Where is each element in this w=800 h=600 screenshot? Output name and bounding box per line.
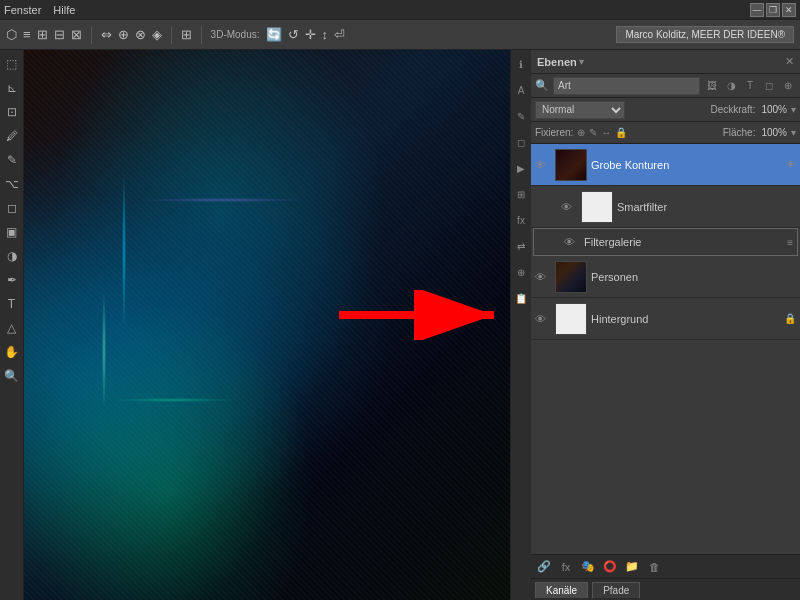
layers-panel: Ebenen ▾ ✕ 🔍 🖼 ◑ T ◻ ⊕ (531, 50, 800, 600)
3d-mode-label: 3D-Modus: (211, 29, 260, 40)
fill-value: 100% (761, 127, 787, 138)
fill-label: Fläche: (723, 127, 756, 138)
restore-button[interactable]: ❐ (766, 3, 780, 17)
tool-eyedropper[interactable]: 🖉 (2, 126, 22, 146)
left-toolbar: ⬚ ⊾ ⊡ 🖉 ✎ ⌥ ◻ ▣ ◑ ✒ T △ ✋ 🔍 (0, 50, 24, 600)
blend-mode-select[interactable]: Normal Multiplizieren Abwedeln (535, 101, 625, 119)
main-area: ⬚ ⊾ ⊡ 🖉 ✎ ⌥ ◻ ▣ ◑ ✒ T △ ✋ 🔍 (0, 50, 800, 600)
layer-thumb-1 (555, 149, 587, 181)
layer-visibility-icon-1[interactable]: 👁 (535, 159, 551, 171)
tool-eraser[interactable]: ◻ (2, 198, 22, 218)
layer-visibility-icon-5[interactable]: 👁 (535, 313, 551, 325)
layer-thumb-2 (581, 191, 613, 223)
side-shape-icon[interactable]: ◻ (513, 134, 529, 150)
side-adjust-icon[interactable]: ⇄ (513, 238, 529, 254)
search-row: 🔍 🖼 ◑ T ◻ ⊕ (531, 74, 800, 98)
menu-item-hilfe[interactable]: Hilfe (53, 4, 75, 16)
side-clone-icon[interactable]: ⊕ (513, 264, 529, 280)
tool-zoom[interactable]: 🔍 (2, 366, 22, 386)
fix-icon-pos[interactable]: ↔ (601, 127, 611, 138)
layer-mask-btn[interactable]: 🎭 (579, 558, 597, 576)
tab-kanale[interactable]: Kanäle (535, 582, 588, 598)
opacity-arrow[interactable]: ▾ (791, 104, 796, 115)
panel-header: Ebenen ▾ ✕ (531, 50, 800, 74)
toolbar-icon-13: ✛ (305, 27, 316, 42)
layer-name-5: Hintergrund (591, 313, 780, 325)
layer-extra-icon-1[interactable]: 👁 (786, 159, 796, 170)
toolbar-icon-11: 🔄 (266, 27, 282, 42)
toolbar-divider-3 (201, 26, 202, 44)
layer-item-personen[interactable]: 👁 Personen (531, 256, 800, 298)
layer-item-filtergalerie[interactable]: 👁 Filtergalerie ≡ (533, 228, 798, 256)
tab-pfade[interactable]: Pfade (592, 582, 640, 598)
fill-arrow[interactable]: ▾ (791, 127, 796, 138)
side-grid-icon[interactable]: ⊞ (513, 186, 529, 202)
opacity-label: Deckkraft: (710, 104, 755, 115)
side-play-icon[interactable]: ▶ (513, 160, 529, 176)
layer-item-grobe-konturen[interactable]: 👁 Grobe Konturen 👁 (531, 144, 800, 186)
layer-icon-shape[interactable]: ◻ (761, 78, 777, 94)
side-fx-icon[interactable]: fx (513, 212, 529, 228)
tool-select[interactable]: ⬚ (2, 54, 22, 74)
tool-pen[interactable]: ✒ (2, 270, 22, 290)
canvas-image (24, 50, 510, 600)
tool-hand[interactable]: ✋ (2, 342, 22, 362)
layer-delete-btn[interactable]: 🗑 (645, 558, 663, 576)
layer-fx-btn[interactable]: fx (557, 558, 575, 576)
tool-brush[interactable]: ✎ (2, 150, 22, 170)
layer-item-smartfilter[interactable]: 👁 Smartfilter (531, 186, 800, 228)
toolbar-icon-10: ⊞ (181, 27, 192, 42)
toolbar-divider-2 (171, 26, 172, 44)
layer-link-btn[interactable]: 🔗 (535, 558, 553, 576)
fix-label: Fixieren: (535, 127, 573, 138)
tool-text[interactable]: T (2, 294, 22, 314)
layer-item-hintergrund[interactable]: 👁 Hintergrund 🔒 (531, 298, 800, 340)
layer-icon-smart[interactable]: ⊕ (780, 78, 796, 94)
toolbar-icon-12: ↺ (288, 27, 299, 42)
side-info-icon[interactable]: ℹ (513, 56, 529, 72)
tool-dodge[interactable]: ◑ (2, 246, 22, 266)
toolbar-icon-3: ⊞ (37, 27, 48, 42)
side-layers-icon[interactable]: 📋 (513, 290, 529, 306)
tool-crop[interactable]: ⊡ (2, 102, 22, 122)
layer-name-4: Personen (591, 271, 796, 283)
layer-visibility-icon-4[interactable]: 👁 (535, 271, 551, 283)
right-panels: ℹ A ✎ ◻ ▶ ⊞ fx ⇄ ⊕ 📋 Ebenen ▾ ✕ (510, 50, 800, 600)
fix-icon-all[interactable]: 🔒 (615, 127, 627, 138)
tool-lasso[interactable]: ⊾ (2, 78, 22, 98)
layer-thumb-5 (555, 303, 587, 335)
toolbar-icon-1: ⬡ (6, 27, 17, 42)
search-input[interactable] (553, 77, 700, 95)
layer-toolbar: 🔗 fx 🎭 ⭕ 📁 🗑 (531, 554, 800, 578)
blend-mode-row: Normal Multiplizieren Abwedeln Deckkraft… (531, 98, 800, 122)
toolbar-icon-2: ≡ (23, 27, 31, 42)
layer-icon-adj[interactable]: ◑ (723, 78, 739, 94)
tool-path[interactable]: △ (2, 318, 22, 338)
menu-bar: Fenster Hilfe — ❐ ✕ (0, 0, 800, 20)
fix-icon-brush[interactable]: ✎ (589, 127, 597, 138)
toolbar-icon-4: ⊟ (54, 27, 65, 42)
layer-name-1: Grobe Konturen (591, 159, 782, 171)
close-button[interactable]: ✕ (782, 3, 796, 17)
layer-group-btn[interactable]: 📁 (623, 558, 641, 576)
minimize-button[interactable]: — (750, 3, 764, 17)
side-brush-icon[interactable]: ✎ (513, 108, 529, 124)
tool-gradient[interactable]: ▣ (2, 222, 22, 242)
layer-icon-text[interactable]: T (742, 78, 758, 94)
layer-visibility-icon-3[interactable]: 👁 (564, 236, 580, 248)
layer-name-2: Smartfilter (617, 201, 796, 213)
tool-clone[interactable]: ⌥ (2, 174, 22, 194)
layer-icon-img[interactable]: 🖼 (704, 78, 720, 94)
fix-icons: ⊕ ✎ ↔ 🔒 (577, 127, 627, 138)
toolbar-icon-8: ⊗ (135, 27, 146, 42)
filter-adjust-icon[interactable]: ≡ (787, 237, 793, 248)
side-text-icon[interactable]: A (513, 82, 529, 98)
menu-item-fenster[interactable]: Fenster (4, 4, 41, 16)
fix-icon-move[interactable]: ⊕ (577, 127, 585, 138)
layer-lock-icon: 🔒 (784, 313, 796, 324)
layer-adj-btn[interactable]: ⭕ (601, 558, 619, 576)
panel-close-icon[interactable]: ✕ (785, 55, 794, 68)
layer-visibility-icon-2[interactable]: 👁 (561, 201, 577, 213)
panel-collapse-icon[interactable]: ▾ (579, 56, 584, 67)
toolbar-icon-15: ⏎ (334, 27, 345, 42)
